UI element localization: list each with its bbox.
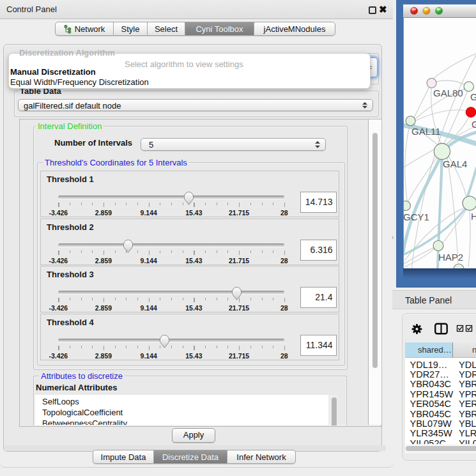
svg-text:GAL11: GAL11 [411, 126, 441, 137]
svg-text:G: G [472, 119, 476, 130]
svg-text:H: H [471, 211, 476, 222]
svg-text:GAL80: GAL80 [433, 88, 463, 98]
svg-text:HAP2: HAP2 [438, 252, 463, 263]
svg-text:GAL4: GAL4 [443, 158, 467, 169]
svg-text:GCY1: GCY1 [404, 211, 429, 222]
svg-text:GA: GA [470, 91, 476, 102]
